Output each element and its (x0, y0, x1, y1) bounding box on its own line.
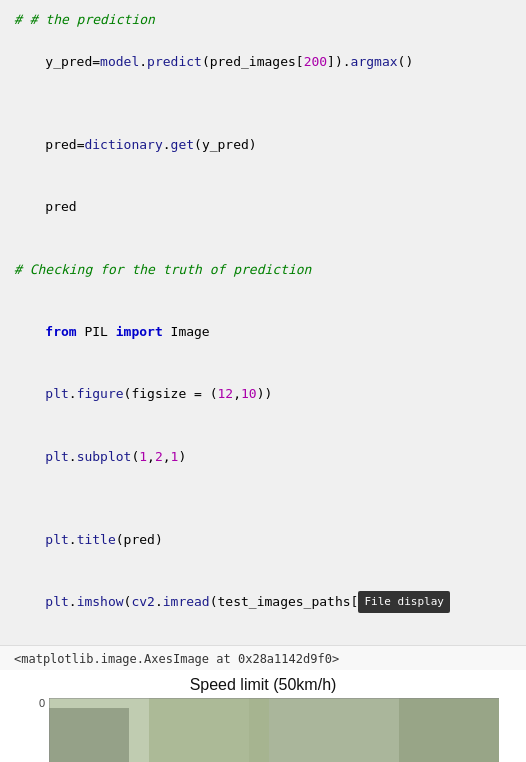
code-line-empty-4 (14, 488, 512, 509)
plot-area: 0 20 40 60 80 100 (27, 698, 499, 762)
code-line-5: pred (14, 176, 512, 238)
y-axis: 0 20 40 60 80 100 (27, 698, 49, 762)
code-line-comment: # Checking for the truth of prediction (14, 260, 512, 281)
y-tick-0: 0 (39, 698, 45, 709)
code-line-title: plt.title(pred) (14, 509, 512, 571)
code-line-1: # # the prediction (14, 10, 512, 31)
code-line-4: pred=dictionary.get(y_pred) (14, 114, 512, 176)
code-line-empty-3 (14, 280, 512, 301)
code-line-empty-1 (14, 93, 512, 114)
code-line-imshow: plt.imshow(cv2.imread(test_images_paths[… (14, 572, 512, 635)
code-block: # # the prediction y_pred=model.predict(… (0, 0, 526, 646)
code-line-import: from PIL import Image (14, 301, 512, 363)
plot-container: Speed limit (50km/h) 0 20 40 60 80 100 (0, 670, 526, 762)
code-line-2: y_pred=model.predict(pred_images[200]).a… (14, 31, 512, 93)
code-line-subplot: plt.subplot(1,2,1) (14, 426, 512, 488)
code-line-empty-2 (14, 239, 512, 260)
plot-title: Speed limit (50km/h) (190, 676, 337, 694)
svg-rect-19 (49, 698, 499, 762)
file-display-tooltip: File display (358, 591, 449, 613)
plot-image: 50 mostofa (49, 698, 499, 762)
code-line-figure: plt.figure(figsize = (12,10)) (14, 364, 512, 426)
output-line: <matplotlib.image.AxesImage at 0x28a1142… (0, 646, 526, 670)
output-text: <matplotlib.image.AxesImage at 0x28a1142… (14, 652, 339, 666)
